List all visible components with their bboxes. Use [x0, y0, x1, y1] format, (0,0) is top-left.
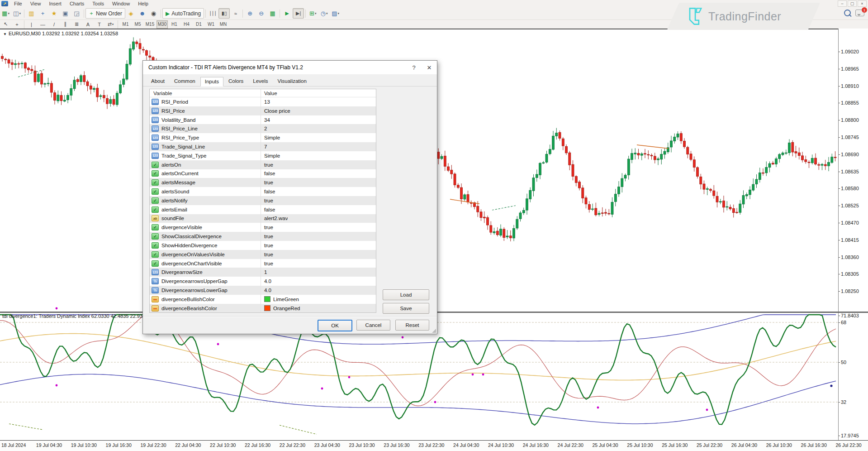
table-row[interactable]: ✓divergenceOnChartVisibletrue [150, 259, 376, 268]
menu-charts[interactable]: Charts [66, 0, 88, 7]
table-row[interactable]: ▬divergenceBearishColorOrangeRed [150, 304, 376, 313]
search-icon[interactable] [844, 10, 851, 16]
auto-scroll-button[interactable]: ▶ [281, 8, 293, 19]
templates-button[interactable]: ▨▾ [330, 8, 341, 19]
timeframe-m5[interactable]: M5 [132, 20, 143, 29]
label-tool-button[interactable]: T [94, 19, 105, 29]
dialog-title-bar[interactable]: Custom Indicator - TDI RT Alerts Diverge… [143, 61, 437, 74]
variable-name: Volatility_Band [161, 117, 195, 123]
chart-shift-button[interactable]: ▶| [293, 8, 304, 19]
time-tick: 25 Jul 16:30 [662, 442, 688, 448]
periods-button[interactable]: ◷▾ [318, 8, 330, 19]
table-row[interactable]: absoundFilealert2.wav [150, 214, 376, 223]
channel-button[interactable]: ∥ [60, 19, 71, 29]
menu-insert[interactable]: Insert [45, 0, 66, 7]
table-row[interactable]: ▬divergenceBullishColorLimeGreen [150, 295, 376, 304]
timeframe-h1[interactable]: H1 [169, 20, 180, 29]
sound-button[interactable]: ◉ [148, 8, 159, 19]
table-row[interactable]: ✓alertsOnCurrentfalse [150, 169, 376, 178]
ok-button[interactable]: OK [318, 320, 352, 331]
new-chart-button[interactable]: ▦▾ [0, 8, 11, 19]
timeframe-mn[interactable]: MN [218, 20, 229, 29]
vertical-line-button[interactable]: | [26, 19, 37, 29]
table-row[interactable]: 123RSI_Price_TypeSimple [150, 133, 376, 142]
timeframe-h4[interactable]: H4 [181, 20, 192, 29]
load-button[interactable]: Load [383, 289, 429, 300]
table-row[interactable]: ✓ShowHiddenDivergencetrue [150, 241, 376, 250]
zoom-in-button[interactable]: ⊕ [244, 8, 256, 19]
indicator-tick: 32 [841, 399, 846, 405]
table-row[interactable]: ✓alertsNotifytrue [150, 196, 376, 205]
bar-chart-button[interactable]: ∣∣∣ [207, 8, 218, 19]
indicators-button[interactable]: ⊞▾ [307, 8, 318, 19]
reset-button[interactable]: Reset [395, 320, 429, 331]
restore-button[interactable]: ▢ [848, 0, 857, 7]
horizontal-line-button[interactable]: — [37, 19, 48, 29]
timeframe-m15[interactable]: M15 [144, 20, 156, 29]
community-button[interactable]: ☻ [137, 8, 148, 19]
timeframe-d1[interactable]: D1 [193, 20, 204, 29]
time-axis[interactable]: 18 Jul 202419 Jul 04:3019 Jul 10:3019 Ju… [0, 440, 868, 451]
table-row[interactable]: 123Trade_Signal_TypeSimple [150, 151, 376, 160]
table-row[interactable]: ✓alertsMessagetrue [150, 178, 376, 187]
new-order-button[interactable]: ＋New Order [85, 8, 125, 19]
table-row[interactable]: ✓alertsOntrue [150, 160, 376, 169]
tab-levels[interactable]: Levels [248, 77, 272, 86]
tab-colors[interactable]: Colors [224, 77, 248, 86]
price-axis[interactable]: 1.090201.089651.089101.088551.088001.087… [838, 29, 868, 441]
table-row[interactable]: 123Trade_Signal_Line7 [150, 142, 376, 151]
table-row[interactable]: ½DivergencearrowsLowerGap4.0 [150, 286, 376, 295]
tab-common[interactable]: Common [170, 77, 200, 86]
dialog-help-button[interactable]: ? [406, 61, 422, 74]
cancel-button[interactable]: Cancel [356, 320, 390, 331]
text-tool-button[interactable]: A [82, 19, 94, 29]
zoom-out-button[interactable]: ⊖ [256, 8, 267, 19]
trendline-button[interactable]: / [48, 19, 60, 29]
menu-view[interactable]: View [26, 0, 45, 7]
table-row[interactable]: ✓alertsSoundfalse [150, 187, 376, 196]
strategy-tester-button[interactable]: ◲ [71, 8, 82, 19]
arrows-tool-button[interactable]: ⇄▾ [105, 19, 116, 29]
terminal-button[interactable]: ▣ [60, 8, 71, 19]
market-watch-button[interactable]: ▥ [26, 8, 37, 19]
menu-tools[interactable]: Tools [88, 0, 108, 7]
timeframe-m30[interactable]: M30 [157, 20, 168, 29]
resize-grip[interactable] [432, 329, 436, 333]
table-row[interactable]: 123Volatility_Band34 [150, 115, 376, 125]
table-row[interactable]: 123RSI_Price_Line2 [150, 124, 376, 133]
chat-icon[interactable]: 1 [855, 10, 864, 16]
menu-window[interactable]: Window [108, 0, 134, 7]
metaeditor-button[interactable]: ◈ [125, 8, 137, 19]
table-row[interactable]: ✓alertsEmailfalse [150, 205, 376, 214]
table-row[interactable]: ✓divergenceOnValuesVisibletrue [150, 250, 376, 259]
tab-about[interactable]: About [147, 77, 169, 86]
profiles-button[interactable]: ◫▾ [11, 8, 23, 19]
save-button[interactable]: Save [383, 303, 429, 314]
menu-file[interactable]: File [10, 0, 26, 7]
minimize-button[interactable]: – [838, 0, 847, 7]
tab-inputs[interactable]: Inputs [200, 77, 223, 86]
timeframe-w1[interactable]: W1 [205, 20, 217, 29]
symbol-info[interactable]: ▼EURUSD,M30 1.03292 1.03292 1.03254 1.03… [3, 31, 118, 36]
data-window-button[interactable]: + [37, 8, 48, 19]
menu-help[interactable]: Help [134, 0, 152, 7]
fibonacci-button[interactable]: ≣ [71, 19, 82, 29]
table-row[interactable]: ✓divergenceVisibletrue [150, 223, 376, 232]
table-row[interactable]: ½DivergencearrowsUpperGap4.0 [150, 277, 376, 286]
inputs-table[interactable]: Variable Value 123RSI_Period13123RSI_Pri… [149, 89, 376, 313]
candlestick-chart-button[interactable]: ▮▯ [218, 8, 230, 19]
line-chart-button[interactable]: ≈ [230, 8, 241, 19]
cursor-button[interactable]: ↖ [0, 19, 11, 29]
tile-windows-button[interactable]: ▦ [267, 8, 278, 19]
table-row[interactable]: 123DivergearrowSize1 [150, 268, 376, 277]
dialog-close-button[interactable]: ✕ [422, 61, 437, 74]
navigator-button[interactable]: ★ [48, 8, 60, 19]
autotrading-button[interactable]: ▶AutoTrading [162, 8, 204, 19]
tab-visualization[interactable]: Visualization [273, 77, 311, 86]
crosshair-button[interactable]: + [11, 19, 23, 29]
table-row[interactable]: ✓ShowClassicalDivergencetrue [150, 232, 376, 241]
table-row[interactable]: 123RSI_Period13 [150, 97, 376, 106]
close-window-button[interactable]: × [858, 0, 867, 7]
timeframe-m1[interactable]: M1 [120, 20, 131, 29]
table-row[interactable]: 123RSI_PriceClose price [150, 106, 376, 115]
